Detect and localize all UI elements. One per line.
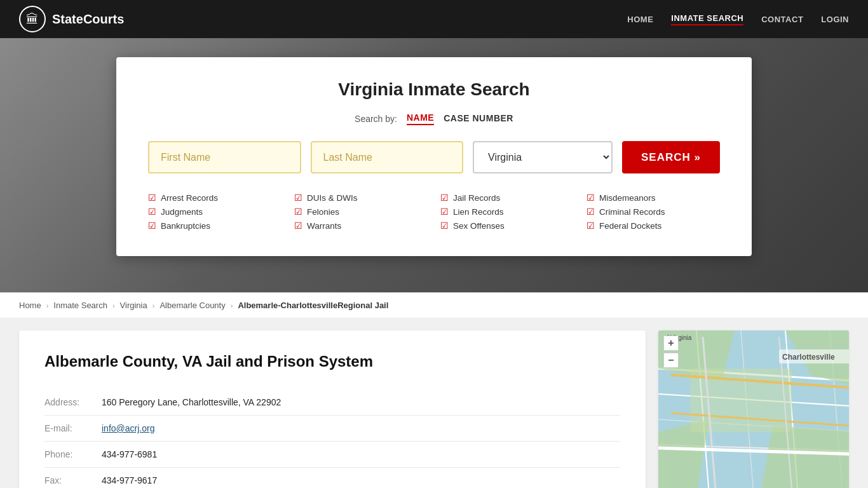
checkbox-criminal-records: ☑ Criminal Records	[587, 207, 720, 217]
search-by-row: Search by: NAME CASE NUMBER	[148, 112, 720, 125]
nav-inmate-search[interactable]: INMATE SEARCH	[671, 13, 743, 25]
checkbox-judgments: ☑ Judgments	[148, 207, 281, 217]
breadcrumb-albemarle[interactable]: Albemarle County	[159, 301, 225, 310]
tab-case-number[interactable]: CASE NUMBER	[444, 113, 513, 125]
info-label-email: E-mail:	[44, 416, 95, 442]
checkbox-label: Misdemeanors	[599, 193, 656, 203]
checkboxes-grid: ☑ Arrest Records ☑ DUIs & DWIs ☑ Jail Re…	[148, 189, 720, 231]
checkbox-arrest-records: ☑ Arrest Records	[148, 193, 281, 203]
nav-login[interactable]: LOGIN	[821, 15, 849, 24]
checkbox-label: Judgments	[161, 207, 203, 217]
map-zoom-out-button[interactable]: −	[663, 353, 679, 368]
info-row-address: Address: 160 Peregory Lane, Charlottesvi…	[44, 390, 620, 416]
nav-home[interactable]: HOME	[627, 15, 653, 24]
search-button[interactable]: SEARCH »	[622, 141, 720, 173]
breadcrumb-current: Albemarle-CharlottesvilleRegional Jail	[238, 301, 388, 310]
logo-area[interactable]: 🏛 StateCourts	[19, 6, 124, 32]
info-label-address: Address:	[44, 390, 95, 416]
check-icon: ☑	[294, 193, 302, 203]
info-value-fax: 434-977-9617	[95, 468, 620, 489]
map-visual: Charlottesville of Virginia + −	[658, 330, 849, 488]
nav-contact[interactable]: CONTACT	[761, 15, 803, 24]
breadcrumb-virginia[interactable]: Virginia	[120, 301, 147, 310]
breadcrumb-sep: ›	[46, 302, 49, 309]
nav-links: HOME INMATE SEARCH CONTACT LOGIN	[627, 13, 849, 25]
checkbox-label: Lien Records	[453, 207, 504, 217]
check-icon: ☑	[148, 193, 156, 203]
check-icon: ☑	[148, 207, 156, 217]
check-icon: ☑	[440, 193, 449, 203]
check-icon: ☑	[294, 207, 302, 217]
first-name-input[interactable]	[148, 141, 301, 173]
checkbox-label: Bankruptcies	[161, 221, 210, 231]
search-by-label: Search by:	[355, 114, 397, 124]
logo-icon: 🏛	[19, 6, 46, 32]
state-select[interactable]: Virginia Alabama Alaska California Flori…	[473, 141, 613, 173]
check-icon: ☑	[587, 220, 595, 231]
check-icon: ☑	[587, 193, 595, 203]
map-zoom-in-button[interactable]: +	[663, 336, 679, 351]
checkbox-label: Warrants	[307, 221, 341, 231]
checkbox-label: Criminal Records	[599, 207, 665, 217]
info-row-phone: Phone: 434-977-6981	[44, 442, 620, 468]
info-value-address: 160 Peregory Lane, Charlottesville, VA 2…	[95, 390, 620, 416]
breadcrumb: Home › Inmate Search › Virginia › Albema…	[0, 292, 868, 318]
checkbox-bankruptcies: ☑ Bankruptcies	[148, 220, 281, 231]
email-link[interactable]: info@acrj.org	[102, 423, 154, 433]
checkbox-lien-records: ☑ Lien Records	[440, 207, 574, 217]
checkbox-label: Felonies	[307, 207, 339, 217]
tab-name[interactable]: NAME	[407, 112, 434, 125]
info-label-phone: Phone:	[44, 442, 95, 468]
check-icon: ☑	[294, 220, 302, 231]
info-row-email: E-mail: info@acrj.org	[44, 416, 620, 442]
checkbox-label: Sex Offenses	[453, 221, 505, 231]
checkbox-label: Federal Dockets	[599, 221, 661, 231]
breadcrumb-sep: ›	[231, 302, 233, 309]
info-value-phone: 434-977-6981	[95, 442, 620, 468]
info-value-email: info@acrj.org	[95, 416, 620, 442]
map-container: Charlottesville of Virginia + −	[658, 330, 849, 488]
check-icon: ☑	[440, 220, 449, 231]
last-name-input[interactable]	[311, 141, 464, 173]
checkbox-label: DUIs & DWIs	[307, 193, 358, 203]
checkbox-warrants: ☑ Warrants	[294, 220, 428, 231]
checkbox-label: Arrest Records	[161, 193, 218, 203]
search-inputs-row: Virginia Alabama Alaska California Flori…	[148, 141, 720, 173]
checkbox-label: Jail Records	[453, 193, 500, 203]
check-icon: ☑	[587, 207, 595, 217]
checkbox-sex-offenses: ☑ Sex Offenses	[440, 220, 574, 231]
info-row-fax: Fax: 434-977-9617	[44, 468, 620, 489]
svg-text:Charlottesville: Charlottesville	[782, 353, 835, 362]
content-title: Albemarle County, VA Jail and Prison Sys…	[44, 353, 620, 370]
check-icon: ☑	[148, 220, 156, 231]
logo-text: StateCourts	[52, 12, 124, 27]
map-svg: Charlottesville of Virginia	[658, 330, 849, 488]
checkbox-federal-dockets: ☑ Federal Dockets	[587, 220, 720, 231]
checkbox-misdemeanors: ☑ Misdemeanors	[587, 193, 720, 203]
checkbox-duis-dwis: ☑ DUIs & DWIs	[294, 193, 428, 203]
info-label-fax: Fax:	[44, 468, 95, 489]
breadcrumb-inmate-search[interactable]: Inmate Search	[53, 301, 107, 310]
checkbox-jail-records: ☑ Jail Records	[440, 193, 574, 203]
breadcrumb-sep: ›	[112, 302, 115, 309]
checkbox-felonies: ☑ Felonies	[294, 207, 428, 217]
main-content: Albemarle County, VA Jail and Prison Sys…	[0, 318, 868, 488]
svg-marker-12	[760, 426, 849, 488]
breadcrumb-home[interactable]: Home	[19, 301, 41, 310]
header: 🏛 StateCourts HOME INMATE SEARCH CONTACT…	[0, 0, 868, 38]
search-card-title: Virginia Inmate Search	[148, 79, 720, 100]
hero-section: COURTHOUSE Virginia Inmate Search Search…	[0, 38, 868, 292]
breadcrumb-sep: ›	[153, 302, 155, 309]
search-card: Virginia Inmate Search Search by: NAME C…	[116, 57, 752, 256]
content-card: Albemarle County, VA Jail and Prison Sys…	[19, 330, 646, 488]
check-icon: ☑	[440, 207, 449, 217]
info-table: Address: 160 Peregory Lane, Charlottesvi…	[44, 390, 620, 488]
